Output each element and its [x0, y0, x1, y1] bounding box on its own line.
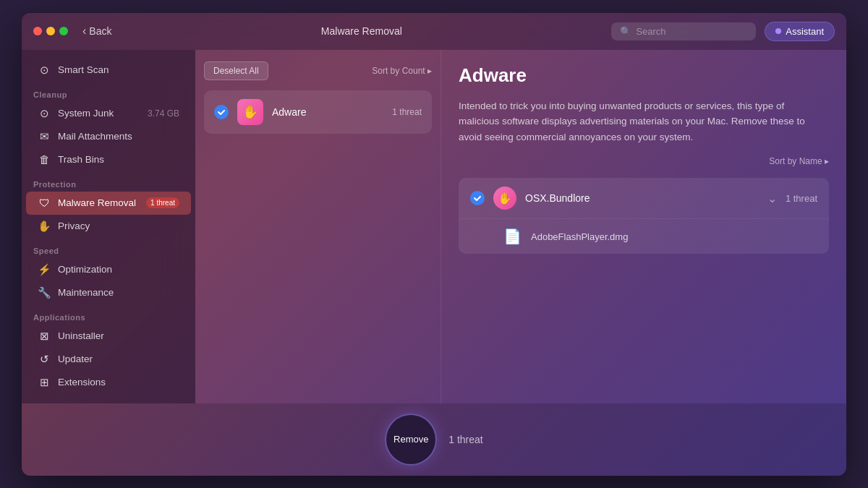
mail-attachments-icon: ✉	[38, 130, 51, 143]
sidebar-item-optimization[interactable]: ⚡ Optimization	[26, 258, 191, 281]
close-button[interactable]	[33, 27, 42, 35]
bundlore-threat-count: 1 threat	[786, 193, 817, 204]
bundlore-check-icon	[473, 194, 482, 202]
bundlore-name: OSX.Bundlore	[525, 192, 759, 204]
search-bar[interactable]: 🔍	[611, 22, 756, 40]
system-junk-value: 3.74 GB	[148, 108, 179, 119]
sidebar-item-extensions[interactable]: ⊞ Extensions	[26, 371, 191, 394]
malware-entry-osx-bundlore: ✋ OSX.Bundlore ⌄ 1 threat 📄 AdobeFlashPl…	[459, 178, 829, 254]
optimization-icon: ⚡	[38, 263, 51, 276]
adware-icon: ✋	[237, 99, 263, 125]
mail-attachments-label: Mail Attachments	[58, 131, 179, 142]
malware-sub-item-adobe: 📄 AdobeFlashPlayer.dmg	[459, 218, 829, 254]
privacy-label: Privacy	[58, 221, 179, 231]
extensions-label: Extensions	[58, 377, 179, 388]
sidebar: ⊙ Smart Scan Cleanup ⊙ System Junk 3.74 …	[22, 50, 195, 403]
trash-bins-icon: 🗑	[38, 153, 51, 166]
malware-entry-header[interactable]: ✋ OSX.Bundlore ⌄ 1 threat	[459, 178, 829, 218]
app-window: ‹ Back Malware Removal 🔍 Assistant ⊙ Sma…	[22, 13, 846, 476]
sidebar-item-privacy[interactable]: ✋ Privacy	[26, 215, 191, 238]
adobe-file-name: AdobeFlashPlayer.dmg	[531, 231, 628, 242]
adware-count: 1 threat	[392, 107, 422, 117]
traffic-lights	[33, 27, 68, 35]
remove-button[interactable]: Remove	[385, 414, 437, 466]
sidebar-item-system-junk[interactable]: ⊙ System Junk 3.74 GB	[26, 102, 191, 125]
section-label-applications: Applications	[22, 304, 195, 325]
sort-by-name-bar[interactable]: Sort by Name ▸	[459, 156, 829, 166]
adware-name: Adware	[272, 106, 383, 118]
sidebar-item-smart-scan[interactable]: ⊙ Smart Scan	[26, 59, 191, 82]
malware-removal-icon: 🛡	[38, 197, 51, 210]
main-content: ⊙ Smart Scan Cleanup ⊙ System Junk 3.74 …	[22, 50, 846, 403]
middle-toolbar: Deselect All Sort by Count ▸	[204, 59, 432, 83]
privacy-icon: ✋	[38, 220, 51, 233]
bundlore-checkbox[interactable]	[470, 191, 485, 205]
malware-removal-label: Malware Removal	[58, 197, 139, 208]
bundlore-expand-icon[interactable]: ⌄	[767, 192, 777, 205]
system-junk-icon: ⊙	[38, 107, 51, 120]
section-label-protection: Protection	[22, 171, 195, 192]
assistant-label: Assistant	[786, 26, 824, 37]
smart-scan-icon: ⊙	[38, 64, 51, 77]
updater-icon: ↺	[38, 353, 51, 366]
right-panel: Adware Intended to trick you into buying…	[441, 50, 846, 403]
section-label-cleanup: Cleanup	[22, 82, 195, 102]
bottom-threat-summary: 1 threat	[448, 434, 482, 445]
maintenance-label: Maintenance	[58, 287, 179, 298]
sidebar-item-maintenance[interactable]: 🔧 Maintenance	[26, 281, 191, 304]
updater-label: Updater	[58, 354, 179, 364]
assistant-dot-icon	[775, 28, 781, 34]
extensions-icon: ⊞	[38, 376, 51, 389]
adware-threat-item[interactable]: ✋ Adware 1 threat	[204, 90, 432, 134]
section-label-files: Files	[22, 394, 195, 403]
sidebar-item-uninstaller[interactable]: ⊠ Uninstaller	[26, 325, 191, 348]
sidebar-item-malware-removal[interactable]: 🛡 Malware Removal 1 threat	[26, 192, 191, 215]
sidebar-item-updater[interactable]: ↺ Updater	[26, 348, 191, 371]
optimization-label: Optimization	[58, 264, 179, 275]
sidebar-item-trash-bins[interactable]: 🗑 Trash Bins	[26, 148, 191, 171]
malware-removal-badge: 1 threat	[146, 197, 179, 208]
maximize-button[interactable]	[59, 27, 68, 35]
title-bar: ‹ Back Malware Removal 🔍 Assistant	[22, 13, 846, 50]
middle-panel: Deselect All Sort by Count ▸ ✋ Adware 1 …	[195, 50, 441, 403]
sort-by-name-label: Sort by Name ▸	[769, 156, 829, 166]
trash-bins-label: Trash Bins	[58, 154, 179, 165]
search-icon: 🔍	[620, 26, 631, 37]
maintenance-icon: 🔧	[38, 286, 51, 299]
check-icon	[217, 108, 226, 116]
adware-title: Adware	[459, 64, 829, 87]
search-input[interactable]	[636, 26, 737, 37]
deselect-all-button[interactable]: Deselect All	[204, 61, 268, 80]
uninstaller-icon: ⊠	[38, 330, 51, 343]
minimize-button[interactable]	[46, 27, 55, 35]
bundlore-icon: ✋	[493, 187, 516, 210]
section-label-speed: Speed	[22, 238, 195, 258]
assistant-button[interactable]: Assistant	[765, 22, 835, 41]
back-chevron-icon: ‹	[82, 25, 86, 38]
window-title: Malware Removal	[120, 25, 603, 37]
system-junk-label: System Junk	[58, 108, 140, 119]
back-label: Back	[89, 25, 111, 37]
back-button[interactable]: ‹ Back	[82, 25, 111, 38]
bottom-bar: Remove 1 threat	[22, 403, 846, 476]
adware-checkbox[interactable]	[214, 105, 229, 119]
sidebar-item-mail-attachments[interactable]: ✉ Mail Attachments	[26, 125, 191, 148]
smart-scan-label: Smart Scan	[58, 64, 179, 75]
adware-description: Intended to trick you into buying unwant…	[459, 98, 806, 145]
file-icon: 📄	[502, 226, 522, 247]
uninstaller-label: Uninstaller	[58, 330, 179, 341]
sort-by-count-label[interactable]: Sort by Count ▸	[372, 66, 432, 76]
